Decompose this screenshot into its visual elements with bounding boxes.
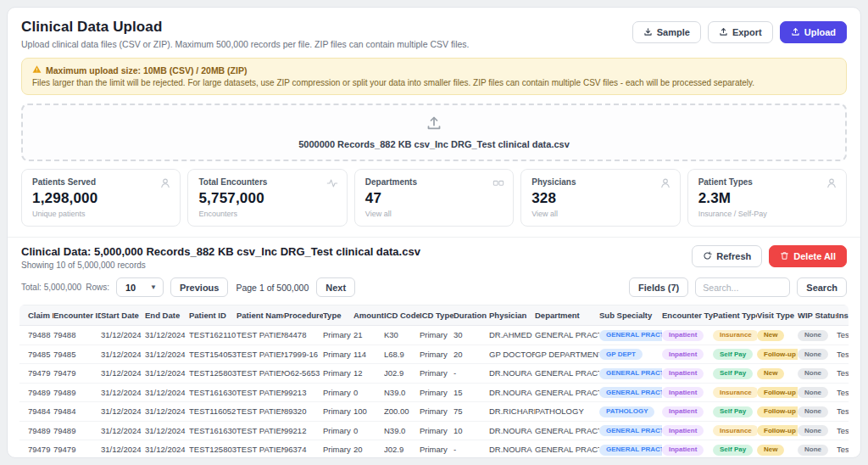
next-page-button[interactable]: Next	[316, 277, 355, 297]
refresh-button[interactable]: Refresh	[692, 245, 762, 267]
table-cell: 12	[353, 364, 384, 384]
column-header: Department	[535, 305, 599, 326]
search-input[interactable]	[695, 277, 790, 297]
table-cell: DR.NOURA	[489, 364, 535, 384]
file-dropzone[interactable]: 5000000 Records_882 KB csv_Inc DRG_Test …	[21, 104, 847, 161]
table-cell: 79489	[19, 421, 53, 440]
view-all-link[interactable]: View all	[365, 210, 503, 218]
stat-card-total-encounters: Total Encounters 5,757,000 Encounters	[187, 169, 347, 227]
table-row[interactable]: 794887948831/12/202431/12/2024TEST162110…	[19, 326, 849, 345]
status-badge: None	[798, 330, 828, 341]
status-badge: GP DEPT	[599, 349, 643, 360]
column-header: Ins	[837, 305, 849, 326]
table-cell: TEST161630	[189, 383, 236, 402]
table-cell: Primary	[420, 402, 453, 422]
table-row[interactable]: 794897948931/12/202431/12/2024TEST161630…	[19, 421, 849, 440]
refresh-icon	[703, 251, 712, 262]
table-row[interactable]: 794797947931/12/202431/12/2024TEST125803…	[19, 440, 849, 459]
warning-title: Maximum upload size: 10MB (CSV) / 20MB (…	[46, 65, 247, 76]
table-cell: 79479	[19, 440, 53, 459]
table-cell: 20	[353, 440, 384, 459]
table-cell: TEST162110	[189, 326, 236, 345]
upload-limit-warning: Maximum upload size: 10MB (CSV) / 20MB (…	[21, 58, 847, 95]
table-cell: 31/12/2024	[101, 326, 145, 345]
table-cell: 17999-16	[284, 345, 323, 364]
table-subtitle: Showing 10 of 5,000,000 records	[21, 261, 420, 270]
table-row[interactable]: 794847948431/12/202431/12/2024TEST116052…	[19, 402, 849, 422]
view-all-link[interactable]: View all	[531, 210, 669, 218]
previous-page-button[interactable]: Previous	[170, 277, 228, 297]
status-badge: Inpatient	[662, 406, 704, 417]
table-cell: TEST PATIENT	[236, 402, 284, 422]
warning-body: Files larger than the limit will be reje…	[32, 78, 836, 87]
table-row[interactable]: 794857948531/12/202431/12/2024TEST154053…	[19, 345, 849, 364]
page-title: Clinical Data Upload	[21, 19, 470, 36]
fields-button[interactable]: Fields (7)	[629, 277, 688, 297]
status-badge: GENERAL PRACTICE	[599, 368, 662, 379]
status-badge: None	[798, 387, 828, 398]
column-header: Claim ID	[19, 305, 53, 326]
download-icon	[643, 27, 653, 38]
status-badge: New	[757, 368, 784, 379]
table-cell: 79485	[19, 345, 53, 364]
table-cell: Primary	[420, 383, 453, 402]
table-cell: 89320	[284, 402, 323, 422]
table-row[interactable]: 794897948931/12/202431/12/2024TEST161630…	[19, 383, 849, 402]
status-badge: New	[757, 445, 784, 456]
status-badge: Inpatient	[662, 368, 704, 379]
table-cell: 84478	[284, 326, 323, 345]
upload-tray-icon	[426, 120, 442, 134]
warning-icon	[32, 64, 42, 76]
table-cell: 79489	[19, 383, 53, 402]
search-button[interactable]: Search	[797, 277, 847, 297]
stat-card-patients-served: Patients Served 1,298,000 Unique patient…	[21, 169, 181, 227]
table-cell: Primary	[323, 402, 353, 422]
table-row[interactable]: 794797947931/12/202431/12/2024TEST125803…	[19, 364, 849, 384]
table-cell: TEST PATIENT	[236, 345, 284, 364]
table-cell: DR.NOURA	[489, 383, 535, 402]
table-cell: Z00.00	[384, 402, 420, 422]
status-badge: GENERAL PRACTICE	[599, 425, 662, 436]
status-badge: GENERAL PRACTICE	[599, 330, 662, 341]
table-cell: Primary	[323, 364, 353, 384]
upload-button[interactable]: Upload	[780, 21, 847, 43]
status-badge: Insurance	[713, 387, 757, 398]
table-cell: 10	[453, 421, 489, 440]
table-cell: 79479	[53, 440, 101, 459]
table-cell: -	[453, 440, 489, 459]
stat-card-physicians: Physicians 328 View all	[520, 169, 680, 227]
table-cell: Tes	[837, 383, 849, 402]
columns-icon	[492, 177, 504, 193]
page-header: Clinical Data Upload Upload clinical dat…	[8, 8, 860, 54]
page-subtitle: Upload clinical data files (CSV or ZIP).…	[21, 39, 470, 49]
status-badge: Self Pay	[713, 349, 753, 360]
status-badge: None	[798, 445, 828, 456]
table-cell: L68.9	[384, 345, 420, 364]
column-header: Procedure	[284, 305, 323, 326]
export-button[interactable]: Export	[708, 21, 773, 43]
table-cell: DR.NOURA	[489, 421, 535, 440]
upload-icon	[719, 27, 728, 38]
table-cell: GENERAL PRACTICE	[535, 421, 599, 440]
table-cell: Tes	[837, 402, 849, 422]
rows-per-page-select[interactable]: 10 ▼	[116, 277, 164, 297]
delete-all-button[interactable]: Delete All	[769, 245, 847, 267]
table-cell: 79484	[19, 402, 53, 422]
table-cell: 79489	[53, 421, 101, 440]
table-cell: 100	[353, 402, 384, 422]
column-header: WIP Status	[798, 305, 837, 326]
table-cell: 79479	[19, 364, 53, 384]
column-header: Encounter ID	[53, 305, 101, 326]
table-cell: Primary	[420, 440, 453, 459]
table-cell: 30	[453, 326, 489, 345]
column-header: Start Date	[101, 305, 145, 326]
user-icon	[659, 177, 671, 193]
table-cell: 31/12/2024	[145, 421, 189, 440]
column-header: Patient Type	[713, 305, 757, 326]
sample-button[interactable]: Sample	[632, 21, 701, 43]
table-cell: 96374	[284, 440, 323, 459]
trash-icon	[780, 251, 789, 262]
table-cell: TEST PATIENT	[236, 383, 284, 402]
total-rows-label: Total: 5,000,000	[21, 283, 81, 292]
table-cell: GENERAL PRACTICE	[535, 440, 599, 459]
